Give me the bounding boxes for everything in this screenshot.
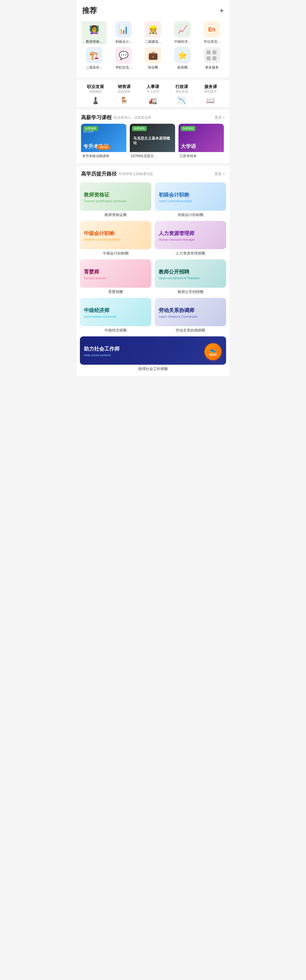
page-title: 推荐	[82, 6, 97, 16]
edu-subtitle-7: Intermediate economist	[84, 315, 147, 318]
edu-title-3: 中级会计职称	[84, 230, 147, 237]
high-edu-subtitle: 职场评称之路畅通无阻	[119, 172, 215, 177]
tag-icon-service: 📖	[206, 97, 215, 105]
edu-card-inner-labor: 劳动关系协调师 Labor Relations Coordinator	[155, 298, 226, 326]
tag-icon-sales: 🪑	[120, 97, 128, 105]
tag-sub-admin: 面试首选	[176, 89, 188, 94]
training-shoe-icon: 👟	[210, 347, 216, 353]
icon-econ[interactable]: 📈 中级经济...	[170, 21, 195, 44]
edu-subtitle-4: Human resource manager	[159, 238, 222, 241]
course-card-1[interactable]: 免费领取 成人高考 专升本政治 精讲课 专升本政治精讲班	[81, 124, 126, 159]
tag-admin[interactable]: 行政课 面试首选 📉	[168, 84, 196, 105]
edu-card-junior-account[interactable]: 初级会计职称 Junior Level Accountant 初级会计职称圈	[155, 182, 226, 218]
icon-teacher-cert[interactable]: 👩‍🏫 教师资格...	[81, 21, 107, 44]
edu-title-5: 育婴师	[84, 269, 147, 275]
edu-label-6: 教师公开招聘圈	[155, 290, 226, 294]
card-sub-badge-1: 精讲课	[97, 145, 110, 150]
more-icon	[204, 47, 220, 64]
build-icon: 👷	[145, 21, 161, 38]
edu-card-teacher-recruit[interactable]: 教师公开招聘 Open recruitment of Teachers 教师公开…	[155, 259, 226, 294]
edu-subtitle-2: Junior Level Accountant	[159, 199, 222, 203]
icon-label-teacher: 教师资格...	[86, 39, 102, 44]
tag-title-sales: 销售课	[118, 84, 131, 89]
edu-title-1: 教师资格证	[84, 191, 147, 198]
edu-title-2: 初级会计职称	[159, 191, 222, 198]
tags-row: 职业发展 技能规划 ♟️ 销售课 就业加薪 🪑 人事课 牛人在学 🚛 行政课 面…	[81, 84, 225, 105]
edu-card-teacher-cert[interactable]: 教师资格证 Teacher qualification certificate …	[80, 182, 151, 218]
cost-icon: 🏗️	[86, 47, 102, 64]
edu-card-inner-hr-manager: 人力资源管理师 Human resource manager	[155, 221, 226, 249]
edu-title-4: 人力资源管理师	[159, 230, 222, 237]
course-card-3[interactable]: 免费领取 大学语 江苏专转本	[178, 124, 224, 159]
high-edu-header: 高学历提升路径 职场评称之路畅通无阻 更多 >	[76, 166, 230, 180]
edu-card-nursery[interactable]: 育婴师 Nursery teacher 育婴师圈	[80, 259, 151, 294]
icon-startup[interactable]: 💼 创业圈	[140, 47, 166, 70]
edu-card-inner-mid-econ: 中级经济师 Intermediate economist	[80, 298, 151, 326]
tag-sub-hr: 牛人在学	[147, 89, 159, 94]
icon-label-english: 学位英语...	[204, 39, 220, 44]
tag-career[interactable]: 职业发展 技能规划 ♟️	[81, 84, 110, 105]
edu-subtitle-8: Labor Relations Coordinator	[159, 315, 222, 318]
icon-label-cost: 二级造价...	[86, 65, 102, 70]
icon-build[interactable]: 👷 二级建造...	[140, 21, 166, 44]
edu-label-1: 教师资格证圈	[80, 212, 151, 218]
startup-icon: 💼	[145, 47, 161, 64]
edu-card-inner-teacher-recruit: 教师公开招聘 Open recruitment of Teachers	[155, 259, 226, 288]
icon-label-policy: 政策圈	[177, 65, 188, 70]
edu-label-9: 助理社会工作师圈	[80, 366, 226, 372]
card-main-title-2: 马克思主义基本原理概论	[133, 136, 172, 145]
course-scroll: 免费领取 成人高考 专升本政治 精讲课 专升本政治精讲班 免费领取 马克思主义基…	[76, 124, 230, 163]
icon-job[interactable]: 💬 求职交流...	[111, 47, 136, 70]
edu-label-4: 人力资源管理师圈	[155, 251, 226, 256]
high-salary-header: 高薪学习课程 职业新风口，高薪新选择 更多 >	[76, 110, 230, 124]
icon-more[interactable]: 更多服务	[199, 47, 225, 70]
card-badge-2: 免费领取	[132, 126, 147, 131]
tag-sales[interactable]: 销售课 就业加薪 🪑	[110, 84, 138, 105]
job-icon: 💬	[115, 47, 132, 64]
card-main-title-3: 大学语	[181, 143, 196, 150]
course-card-label-2: 03709马克思主...	[130, 152, 175, 159]
tag-service[interactable]: 服务课 系统提升 📖	[196, 84, 225, 105]
tag-hr[interactable]: 人事课 牛人在学 🚛	[139, 84, 167, 105]
edu-grid: 教师资格证 Teacher qualification certificate …	[76, 180, 230, 376]
tag-icon-admin: 📉	[178, 97, 186, 105]
icon-cost[interactable]: 🏗️ 二级造价...	[81, 47, 107, 70]
edu-card-inner-mid-account: 中级会计职称 Medium Level Accountant	[80, 221, 151, 249]
account-icon: 📊	[115, 21, 132, 38]
card-badge-3: 免费领取	[181, 126, 196, 131]
high-edu-title: 高学历提升路径	[81, 170, 117, 177]
edu-card-mid-econ[interactable]: 中级经济师 Intermediate economist 中级经济师圈	[80, 298, 151, 333]
icon-label-more: 更多服务	[205, 65, 219, 70]
edu-card-labor[interactable]: 劳动关系协调师 Labor Relations Coordinator 劳动关系…	[155, 298, 226, 333]
course-card-label-3: 江苏专转本	[178, 152, 224, 159]
tag-title-admin: 行政课	[175, 84, 188, 89]
edu-card-mid-account[interactable]: 中级会计职称 Medium Level Accountant 中级会计职称圈	[80, 221, 151, 256]
edu-title-8: 劳动关系协调师	[159, 307, 222, 314]
icon-row-1: 👩‍🏫 教师资格... 📊 初级会计... 👷 二级建造... 📈 中级经济..…	[79, 21, 227, 44]
edu-card-inner-nursery: 育婴师 Nursery teacher	[80, 259, 151, 288]
icon-accounting[interactable]: 📊 初级会计...	[111, 21, 136, 44]
training-badge: 👟 培训券	[204, 343, 222, 360]
add-button[interactable]: +	[220, 6, 224, 15]
edu-title-6: 教师公开招聘	[159, 269, 222, 275]
edu-label-3: 中级会计职称圈	[80, 251, 151, 256]
tag-sub-career: 技能规划	[89, 89, 102, 94]
edu-title-7: 中级经济师	[84, 307, 147, 314]
header: 推荐 +	[76, 0, 230, 19]
edu-label-5: 育婴师圈	[80, 290, 151, 294]
edu-card-social-worker[interactable]: 助力社会工作师 Help social workers 👟 培训券 助理社会工作…	[80, 336, 226, 372]
edu-card-hr-manager[interactable]: 人力资源管理师 Human resource manager 人力资源管理师圈	[155, 221, 226, 256]
course-card-label-1: 专升本政治精讲班	[81, 152, 126, 159]
high-salary-more[interactable]: 更多 >	[215, 115, 225, 120]
icon-row-2: 🏗️ 二级造价... 💬 求职交流... 💼 创业圈 ⭐ 政策圈 更多服务	[79, 47, 227, 70]
tag-sub-service: 系统提升	[204, 89, 217, 94]
course-card-2[interactable]: 免费领取 马克思主义基本原理概论 03709马克思主...	[130, 124, 175, 159]
icon-policy[interactable]: ⭐ 政策圈	[170, 47, 195, 70]
econ-icon: 📈	[174, 21, 191, 38]
icon-english[interactable]: En 学位英语...	[199, 21, 225, 44]
high-edu-more[interactable]: 更多 >	[215, 171, 225, 177]
edu-subtitle-6: Open recruitment of Teachers	[159, 276, 222, 280]
policy-icon: ⭐	[174, 47, 191, 64]
edu-label-7: 中级经济师圈	[80, 328, 151, 333]
card-small-label-1: 成人高考	[83, 130, 94, 134]
